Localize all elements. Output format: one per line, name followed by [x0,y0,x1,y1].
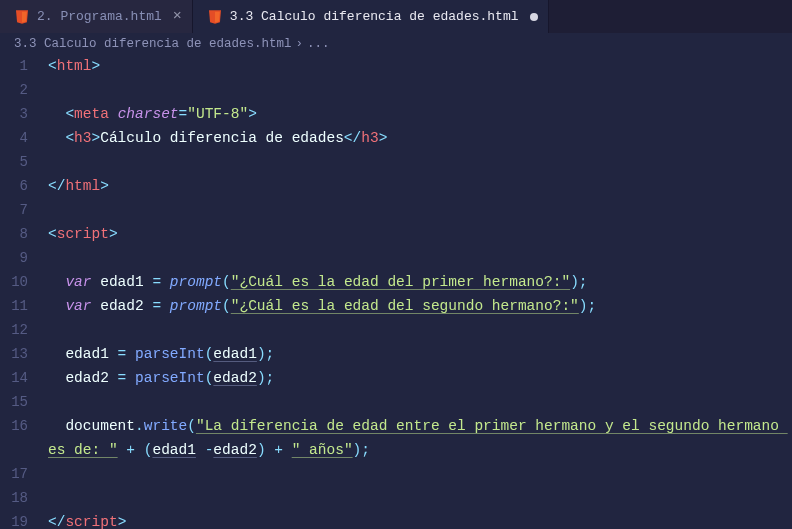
editor-tab-bar: 2. Programa.html × 3.3 Calculo diferenci… [0,0,792,33]
code-line[interactable]: 2 [0,78,792,102]
code-line[interactable]: 6 </html> [0,174,792,198]
code-line[interactable]: 10 var edad1 = prompt("¿Cuál es la edad … [0,270,792,294]
line-number: 5 [0,150,42,174]
code-editor[interactable]: 1 <html> 2 3 <meta charset="UTF-8"> 4 <h… [0,54,792,529]
breadcrumb-item: 3.3 Calculo diferencia de edades.html [14,37,292,51]
line-number: 15 [0,390,42,414]
line-number: 18 [0,486,42,510]
line-number: 16 [0,414,42,438]
line-number: 4 [0,126,42,150]
code-line[interactable]: 9 [0,246,792,270]
code-content[interactable]: </html> [42,174,792,198]
line-number: 1 [0,54,42,78]
code-content[interactable]: document.write("La diferencia de edad en… [42,414,792,462]
code-content[interactable]: <html> [42,54,792,78]
line-number: 19 [0,510,42,529]
code-line[interactable]: 17 [0,462,792,486]
code-line[interactable]: 16 document.write("La diferencia de edad… [0,414,792,462]
code-line[interactable]: 3 <meta charset="UTF-8"> [0,102,792,126]
close-icon[interactable]: × [173,9,182,24]
editor-tab-active[interactable]: 3.3 Calculo diferencia de edades.html [193,0,549,33]
code-content[interactable]: <h3>Cálculo diferencia de edades</h3> [42,126,792,150]
line-number: 12 [0,318,42,342]
code-line[interactable]: 12 [0,318,792,342]
chevron-right-icon: › [296,37,304,51]
html-file-icon [207,9,223,25]
code-line[interactable]: 19 </script> [0,510,792,529]
line-number: 13 [0,342,42,366]
code-content[interactable]: <script> [42,222,792,246]
line-number: 14 [0,366,42,390]
code-line[interactable]: 14 edad2 = parseInt(edad2); [0,366,792,390]
line-number: 11 [0,294,42,318]
breadcrumb-ellipsis: ... [307,37,330,51]
breadcrumb[interactable]: 3.3 Calculo diferencia de edades.html › … [0,33,792,54]
line-number: 7 [0,198,42,222]
modified-dot-icon [530,13,538,21]
line-number: 8 [0,222,42,246]
line-number: 10 [0,270,42,294]
code-line[interactable]: 7 [0,198,792,222]
code-line[interactable]: 18 [0,486,792,510]
code-line[interactable]: 15 [0,390,792,414]
code-content[interactable]: var edad1 = prompt("¿Cuál es la edad del… [42,270,792,294]
code-content[interactable]: edad2 = parseInt(edad2); [42,366,792,390]
editor-tab-inactive[interactable]: 2. Programa.html × [0,0,193,33]
code-content[interactable]: edad1 = parseInt(edad1); [42,342,792,366]
code-line[interactable]: 13 edad1 = parseInt(edad1); [0,342,792,366]
line-number: 2 [0,78,42,102]
html-file-icon [14,9,30,25]
code-content[interactable]: <meta charset="UTF-8"> [42,102,792,126]
code-content[interactable]: </script> [42,510,792,529]
tab-label: 2. Programa.html [37,9,162,24]
code-content[interactable]: var edad2 = prompt("¿Cuál es la edad del… [42,294,792,318]
code-line[interactable]: 5 [0,150,792,174]
tab-label: 3.3 Calculo diferencia de edades.html [230,9,519,24]
line-number: 17 [0,462,42,486]
line-number: 6 [0,174,42,198]
code-line[interactable]: 11 var edad2 = prompt("¿Cuál es la edad … [0,294,792,318]
code-line[interactable]: 8 <script> [0,222,792,246]
code-line[interactable]: 4 <h3>Cálculo diferencia de edades</h3> [0,126,792,150]
code-line[interactable]: 1 <html> [0,54,792,78]
line-number: 9 [0,246,42,270]
line-number: 3 [0,102,42,126]
